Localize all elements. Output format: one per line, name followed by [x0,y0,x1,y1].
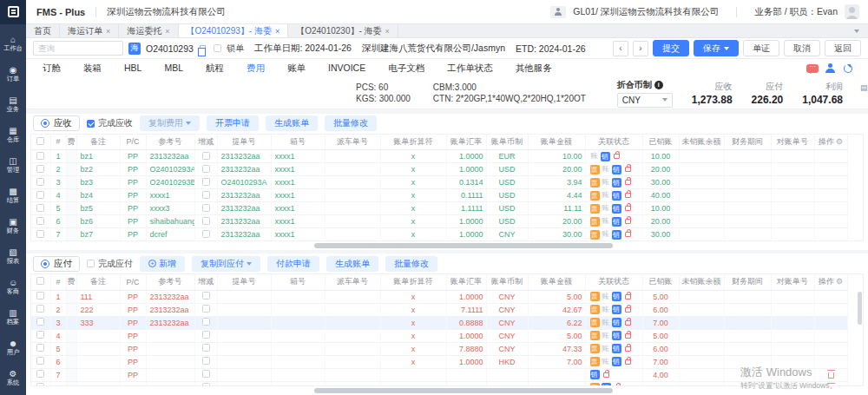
button-付款申请[interactable]: 付款申请 [267,256,319,272]
row-checkbox[interactable] [36,217,44,225]
table-row[interactable]: 1bz1PP2313232aa2313232aaxxxx1x1.0000EUR1… [31,150,847,163]
lock-order-checkbox[interactable] [214,44,221,52]
row-checkbox[interactable] [36,331,44,339]
tabs-expand-button[interactable] [854,24,868,37]
select-all-checkbox[interactable] [36,137,44,145]
adjust-checkbox[interactable] [202,357,210,365]
sidebar-item-report[interactable]: ▧报表 [0,240,26,271]
tab-工作单状态[interactable]: 工作单状态 [436,63,504,75]
payable-radio[interactable]: 应付 [33,256,80,272]
table-row[interactable]: 7PP销4.00 [31,368,847,381]
adjust-checkbox[interactable] [202,331,210,339]
prev-order-button[interactable]: ‹ [613,41,628,56]
payable-done-checkbox[interactable]: 完成应付 [87,258,133,270]
trash-icon[interactable] [828,385,834,387]
tab-MBL[interactable]: MBL [153,63,194,75]
receivable-done-checkbox[interactable]: 完成应收 [87,117,133,129]
scrollbar-thumb[interactable] [314,388,612,393]
sidebar-item-home[interactable]: ⌂工作台 [0,28,26,58]
adjust-checkbox[interactable] [202,318,210,326]
tab-账单[interactable]: 账单 [276,63,317,75]
close-icon[interactable]: × [275,27,279,36]
button-生成账单[interactable]: 生成账单 [326,256,378,272]
save-button[interactable]: 保存 [694,40,739,56]
window-tab[interactable]: 首页 [26,24,60,37]
button-开票申请[interactable]: 开票申请 [207,115,259,131]
documents-button[interactable]: 单证 [743,40,779,56]
window-tab[interactable]: 【O24010293】- 海委× [179,24,289,37]
row-checkbox[interactable] [36,318,44,326]
button-生成账单[interactable]: 生成账单 [266,115,318,131]
table-row[interactable]: 3bz3PPO24010293BO24010293Axxxx1x0.1314US… [31,176,847,189]
sidebar-item-business[interactable]: ▤业务 [0,89,26,119]
window-tab[interactable]: 海运委托× [119,24,178,37]
select-all-checkbox[interactable] [36,277,44,285]
adjust-checkbox[interactable] [202,152,210,160]
button-批量修改[interactable]: 批量修改 [325,115,377,131]
adjust-checkbox[interactable] [202,370,210,378]
row-checkbox[interactable] [36,152,44,160]
row-checkbox[interactable] [36,357,44,365]
close-icon[interactable]: × [165,27,169,36]
scrollbar-thumb[interactable] [314,243,612,248]
sidebar-item-archive[interactable]: ▥档案 [0,301,26,332]
currency-select[interactable]: CNY [617,93,673,108]
adjust-checkbox[interactable] [202,191,210,199]
adjust-checkbox[interactable] [202,165,210,173]
tab-装箱[interactable]: 装箱 [72,63,113,75]
avatar[interactable] [845,4,859,19]
adjust-checkbox[interactable] [202,230,210,238]
table-row[interactable]: 3333PP2313232aax0.8888CNY6.22票账销7.00 [31,316,847,329]
add-contact-icon[interactable] [825,63,837,73]
table-row[interactable]: 1111PP2313232aax1.0000CNY5.00票账销5.00 [31,290,847,303]
tab-费用[interactable]: 费用 [235,63,276,75]
sidebar-item-finance[interactable]: ▣财务 [0,210,26,240]
table-row[interactable]: 2bz2PPO24010293A2313232aaxxxx1x1.0000USD… [31,163,847,176]
app-logo[interactable] [0,0,26,24]
button-批量修改[interactable]: 批量修改 [385,256,437,272]
row-checkbox[interactable] [36,230,44,238]
table-row[interactable]: 2222PP2313232aax7.1111CNY42.67票账销6.00 [31,303,847,316]
row-checkbox[interactable] [36,178,44,186]
table-row[interactable]: 7bz7PPdcref2313232aaxxxx1x1.0000CNY30.00… [31,228,847,241]
tab-HBL[interactable]: HBL [113,63,153,75]
adjust-checkbox[interactable] [202,305,210,313]
row-checkbox[interactable] [36,370,44,378]
row-checkbox[interactable] [36,383,44,386]
sidebar-item-settle[interactable]: ▩结算 [0,180,26,210]
tab-航程[interactable]: 航程 [194,63,235,75]
scrollbar-thumb[interactable] [858,292,862,325]
button-复制到应付[interactable]: 复制到应付 [192,256,260,272]
tab-电子文档[interactable]: 电子文档 [377,63,436,75]
button-复制费用[interactable]: 复制费用 [140,115,200,131]
row-checkbox[interactable] [36,305,44,313]
sidebar-item-manage[interactable]: ◫管理 [0,149,26,180]
refresh-icon[interactable] [844,64,852,73]
table-row[interactable]: 4bz4PPxxxx12313232aaxxxx1x0.1111USD4.44票… [31,189,847,202]
gear-icon[interactable]: ⚙ [836,137,843,146]
table-row[interactable]: 6PPx1.0000HKD7.00票账销7.00 [31,355,847,368]
table-row[interactable]: 5PPx7.8880CNY47.33票账销6.00 [31,342,847,355]
sidebar-item-partners[interactable]: ☺客商 [0,271,26,301]
search-input[interactable] [33,41,123,56]
close-icon[interactable]: × [106,27,110,36]
comment-icon[interactable] [806,64,819,73]
copy-icon[interactable] [200,45,206,52]
row-checkbox[interactable] [36,344,44,352]
window-tab[interactable]: 海运订单× [60,24,119,37]
table-row[interactable]: 4PPx1.0000CNY5.00票账销5.00 [31,329,847,342]
info-icon[interactable]: i [654,81,663,89]
adjust-checkbox[interactable] [202,204,210,212]
table-row[interactable]: 5bz5PPxxxx32313232aaxxxx1x1.1111USD11.11… [31,202,847,215]
next-order-button[interactable]: › [633,41,648,56]
adjust-checkbox[interactable] [202,344,210,352]
window-tab[interactable]: 【O24010230】- 海委× [288,24,398,37]
button-新增[interactable]: +新增 [140,256,185,272]
tab-INVOICE[interactable]: INVOICE [317,63,377,75]
tab-订舱[interactable]: 订舱 [31,63,72,75]
row-checkbox[interactable] [36,191,44,199]
sidebar-item-system[interactable]: ⚙系统 [0,362,26,392]
adjust-checkbox[interactable] [202,178,210,186]
row-checkbox[interactable] [36,292,44,300]
table-row[interactable]: 6bz6PPsihaibahuang2313232aaxxxx1x1.0000U… [31,215,847,228]
